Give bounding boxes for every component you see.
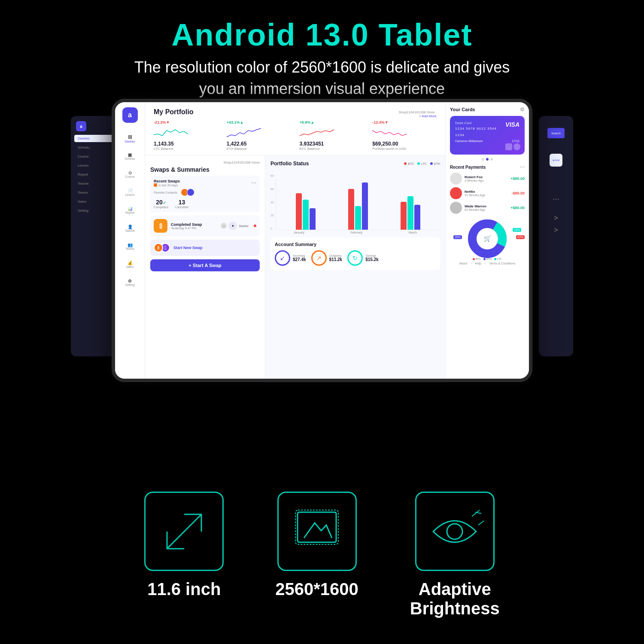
ltc-legend-dot	[417, 162, 420, 165]
card-number-2: 1234	[455, 133, 519, 137]
svg-rect-5	[298, 512, 336, 542]
portfolio-card-btc: +8.9%▲ 3.9323451 BTC Balance	[300, 120, 364, 151]
swaps-title: Swaps & Summaries	[150, 166, 260, 173]
bar-chart-container: 806040200	[270, 170, 440, 230]
bar-mar-ltc	[407, 196, 413, 230]
completed-label: Completed	[154, 206, 168, 209]
total-label: Portfolio worth in USD	[372, 147, 437, 151]
payment-name-3: Wade Warren	[465, 204, 508, 208]
bar-jan-ltc	[303, 200, 309, 230]
card-holder-name: Cameron Williamson	[455, 140, 483, 143]
donut-pct-eth: 35%	[453, 235, 462, 239]
bar-mar-eth	[414, 205, 420, 230]
summary-incoming: ↙ Incoming $27.4k	[275, 250, 306, 266]
sidebar-logo: a	[122, 107, 138, 123]
features-section: 11.6 inch 2560*1600 Adaptive Brigh	[0, 492, 644, 618]
swaps-left: Shop1104161398 Store Swaps & Summaries R…	[145, 155, 265, 379]
payment-item-2: Netflix 41 Minutes Ago -$80.00	[450, 187, 525, 199]
payments-menu-icon[interactable]: ⋯	[519, 164, 525, 170]
ltc-label: LTC Balance	[154, 147, 218, 151]
payment-name-1: Robert Fox	[465, 175, 508, 179]
arrow-icon: →	[221, 223, 227, 229]
swap-to: → ✦ Steller	[221, 222, 249, 230]
swap-item-completed: ₿ Completed Swap Yesterday 9:47 PM → ✦ S…	[150, 216, 260, 236]
swaps-right: Portfolio Status BTC LTC	[265, 155, 445, 379]
chart-legend: BTC LTC ETH	[404, 162, 440, 165]
swap-avatar-btc: ₿	[154, 243, 163, 252]
payment-info-3: Wade Warren 62 Minutes Ago	[465, 204, 508, 211]
eth-change: +43.1%▲	[227, 120, 291, 125]
sidebar-item-teams[interactable]: 👥 Teams	[121, 240, 140, 253]
bar-feb-eth	[362, 182, 368, 230]
sidebar-nav: ⊞ Dashbo ▦ Schedu ⊙ Cource 📄 Lesson	[119, 131, 141, 293]
btc-value: 3.9323451	[300, 141, 364, 147]
main-title: Android 13.0 Tablet	[0, 17, 644, 52]
feature-size: 11.6 inch	[144, 492, 224, 618]
stats-row: 20✓ Completed 13 Cancelled	[154, 199, 256, 209]
contact-avatars	[181, 188, 193, 196]
outgoing-label: Outgoing	[329, 254, 343, 257]
sidebar-item-lesson[interactable]: 📄 Lesson	[121, 185, 140, 199]
add-more-link[interactable]: + Add More	[398, 114, 437, 118]
footer-help[interactable]: Help	[475, 262, 481, 265]
sidebar-item-schedule[interactable]: ▦ Schedu	[121, 149, 140, 163]
swap-info: Completed Swap Yesterday 9:47 PM	[171, 222, 217, 230]
mountain-icon	[291, 506, 343, 557]
total-change: -12.4%▼	[372, 120, 437, 125]
store-label-top: Shop1104161398 Store	[398, 110, 437, 114]
ltc-value: 1,143.35	[154, 141, 218, 147]
footer-about[interactable]: About	[459, 262, 467, 265]
payment-amount-3: +$80.00	[510, 206, 525, 210]
swap-status-dot	[254, 225, 256, 227]
sidebar-item-teacher[interactable]: 👤 Teache	[121, 222, 140, 235]
swaps-section: Shop1104161398 Store Swaps & Summaries R…	[145, 155, 445, 379]
bar-feb-ltc	[355, 206, 361, 230]
donut-area: 🛒 35% 47% 18% BTC	[450, 217, 525, 265]
rs-menu-icon[interactable]: ⋯	[251, 180, 256, 186]
bar-jan-eth	[310, 208, 316, 230]
summary-items: ↙ Incoming $27.4k ↗	[275, 250, 436, 266]
incoming-label: Incoming	[293, 254, 306, 257]
resolution-icon-box	[277, 492, 357, 571]
payment-amount-1: +$80.00	[510, 176, 525, 181]
payments-header: Recent Payments ⋯	[450, 164, 525, 170]
btc-donut-dot	[473, 258, 475, 260]
bar-jan-btc	[296, 193, 302, 230]
rp-header: Your Cards ⚙	[450, 106, 525, 112]
eth-value: 1,422.65	[227, 141, 291, 147]
sidebar-item-course[interactable]: ⊙ Cource	[121, 167, 140, 181]
donut-chart: 🛒	[466, 217, 509, 260]
settings-icon[interactable]: ⚙	[520, 106, 525, 112]
portfolio-title: My Portfolio	[154, 108, 193, 116]
chart-x-labels: January Feburary March	[270, 231, 440, 234]
size-label: 11.6 inch	[147, 580, 221, 599]
rs-subtitle: In last 30 days	[158, 184, 178, 187]
sidebar-item-report[interactable]: 📊 Report	[121, 204, 140, 217]
ltc-change: -21.2%▼	[154, 120, 218, 125]
payment-info-2: Netflix 41 Minutes Ago	[465, 190, 509, 197]
sidebar-item-settings[interactable]: ⚙ Setting	[121, 276, 140, 289]
incoming-value: $27.4k	[293, 257, 306, 262]
portfolio-card-total: -12.4%▼ $69,250.00 Portfolio worth in US…	[372, 120, 437, 151]
total-value: $69,250.00	[372, 141, 437, 147]
your-cards-title: Your Cards	[450, 107, 475, 112]
footer-terms[interactable]: Terms & Conditions	[489, 262, 515, 265]
eth-sparkline	[227, 126, 291, 139]
sidebar-item-sales[interactable]: 💰 Sales	[121, 258, 140, 271]
card-dot-2	[486, 158, 489, 161]
portfolio-section: My Portfolio Shop1104161398 Store + Add …	[145, 102, 445, 155]
start-swap-button[interactable]: + Start A Swap	[150, 259, 260, 271]
donut-legend-btc: BTC	[473, 258, 481, 260]
bar-group-feb	[348, 182, 368, 230]
portfolio-card-eth: +43.1%▲ 1,422.65 ETH Balance	[227, 120, 291, 151]
tablet-frame: a ⊞ Dashbo ▦ Schedu ⊙ Cource �	[112, 99, 532, 382]
brightness-icon-box	[415, 492, 495, 571]
contacts-row: Favorite Contacts	[154, 188, 256, 196]
tablet-screen: a ⊞ Dashbo ▦ Schedu ⊙ Cource �	[115, 102, 529, 379]
contact-avatar-2	[187, 188, 194, 196]
card-dot-3	[490, 158, 493, 161]
sidebar: a ⊞ Dashbo ▦ Schedu ⊙ Cource �	[115, 102, 145, 379]
eth-donut-dot	[483, 258, 486, 260]
payments-title: Recent Payments	[450, 165, 486, 170]
sidebar-item-dashboard[interactable]: ⊞ Dashbo	[121, 131, 140, 145]
